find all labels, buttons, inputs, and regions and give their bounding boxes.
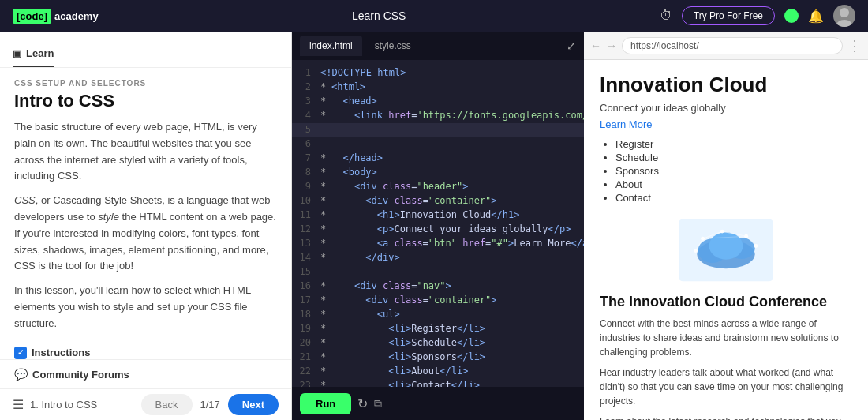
svg-point-1 <box>836 20 852 27</box>
list-item: About <box>615 178 852 190</box>
code-line: 14* </div> <box>292 251 584 265</box>
lesson-text-2: CSS, or Cascading Style Sheets, is a lan… <box>14 193 277 275</box>
nav-list: Register Schedule Sponsors About Contact <box>600 138 852 204</box>
section-label: CSS SETUP AND SELECTORS <box>14 79 277 88</box>
expand-icon[interactable]: ⤢ <box>567 39 576 52</box>
community-label: Community Forums <box>32 369 129 381</box>
page-title: Learn CSS <box>352 9 406 22</box>
run-button[interactable]: Run <box>300 393 351 414</box>
editor-tabs: index.html style.css ⤢ <box>292 32 584 60</box>
conference-text-2: Hear industry leaders talk about what wo… <box>600 366 852 408</box>
next-button[interactable]: Next <box>228 394 279 415</box>
conference-text-3: Learn about the latest research and tech… <box>600 414 852 420</box>
tab-css[interactable]: style.css <box>365 36 421 56</box>
lesson-text-3: In this lesson, you'll learn how to sele… <box>14 283 277 332</box>
list-item: Register <box>615 138 852 150</box>
main-layout: ▣ Learn CSS SETUP AND SELECTORS Intro to… <box>0 32 868 420</box>
browser-menu-icon[interactable]: ⋮ <box>847 37 862 54</box>
code-line: 11* <h1>Innovation Cloud</h1> <box>292 208 584 223</box>
right-panel: ← → https://localhost/ ⋮ Innovation Clou… <box>584 32 868 420</box>
svg-point-0 <box>840 8 849 17</box>
editor-bottom: Run ↻ ⧉ <box>292 387 584 420</box>
code-line: 8* <body> <box>292 166 584 180</box>
lesson-title: Intro to CSS <box>14 91 277 111</box>
community-icon: 💬 <box>14 368 28 381</box>
nav-right: ⏱ Try Pro For Free 🔔 <box>660 5 855 27</box>
code-line: 20* <li>Schedule</li> <box>292 336 584 351</box>
code-line: 4* <link href='https://fonts.googleapis.… <box>292 109 584 123</box>
tab-html[interactable]: index.html <box>300 36 362 56</box>
code-line: 12* <p>Connect your ideas globally</p> <box>292 223 584 237</box>
code-line: 17* <div class="container"> <box>292 294 584 308</box>
logo: [code] academy <box>13 9 99 24</box>
left-bottom: ☰ 1. Intro to CSS Back 1/17 Next <box>0 388 291 420</box>
conference-text-1: Connect with the best minds across a wid… <box>600 317 852 359</box>
learn-tab-icon: ▣ <box>13 48 21 59</box>
code-line: 16* <div class="nav"> <box>292 279 584 294</box>
svg-point-6 <box>709 232 743 259</box>
code-line: 18* <ul> <box>292 308 584 322</box>
code-line: 21* <li>Sponsors</li> <box>292 351 584 365</box>
browser-forward-button[interactable]: → <box>606 39 617 52</box>
check-icon: ✓ <box>14 347 27 359</box>
code-line: 9* <div class="header"> <box>292 180 584 194</box>
code-line: 2*<html> <box>292 81 584 95</box>
try-pro-button[interactable]: Try Pro For Free <box>682 6 775 25</box>
learn-tab-label: Learn <box>26 47 54 59</box>
logo-code: [code] <box>13 9 51 24</box>
status-dot <box>784 9 799 23</box>
lesson-nav: Back 1/17 Next <box>141 394 279 415</box>
avatar[interactable] <box>833 5 855 27</box>
left-header: ▣ Learn <box>0 32 291 68</box>
code-line: 3* <head> <box>292 95 584 109</box>
left-content: CSS SETUP AND SELECTORS Intro to CSS The… <box>0 68 291 359</box>
url-bar[interactable]: https://localhost/ <box>622 37 843 54</box>
editor-body[interactable]: 1<!DOCTYPE html> 2*<html> 3* <head> 4* <… <box>292 60 584 387</box>
center-panel: index.html style.css ⤢ 1<!DOCTYPE html> … <box>292 32 584 420</box>
cloud-illustration <box>679 215 773 286</box>
list-item: Contact <box>615 192 852 204</box>
code-line: 10* <div class="container"> <box>292 194 584 208</box>
code-line: 5 <box>292 123 584 137</box>
code-line: 13* <a class="btn" href="#">Learn More</… <box>292 237 584 251</box>
instructions-header: ✓ Instructions <box>14 340 277 359</box>
code-line: 6 <box>292 137 584 152</box>
lesson-text-1: The basic structure of every web page, H… <box>14 119 277 185</box>
logo-text: academy <box>54 10 99 22</box>
community-section[interactable]: 💬 Community Forums <box>0 359 291 388</box>
list-item: Sponsors <box>615 165 852 177</box>
hamburger-icon[interactable]: ☰ <box>13 397 24 412</box>
code-line: 7* </head> <box>292 152 584 166</box>
conference-title: The Innovation Cloud Conference <box>600 294 852 310</box>
copy-icon[interactable]: ⧉ <box>374 397 382 411</box>
learn-more-link[interactable]: Learn More <box>600 118 652 130</box>
code-line: 15 <box>292 265 584 279</box>
left-panel: ▣ Learn CSS SETUP AND SELECTORS Intro to… <box>0 32 292 420</box>
back-button[interactable]: Back <box>141 394 193 415</box>
instructions-label: Instructions <box>32 347 90 358</box>
site-title: Innovation Cloud <box>600 73 852 97</box>
learn-tab[interactable]: ▣ Learn <box>13 41 54 67</box>
code-line: 23* <li>Contact</li> <box>292 379 584 387</box>
code-line: 19* <li>Register</li> <box>292 322 584 336</box>
top-nav: [code] academy Learn CSS ⏱ Try Pro For F… <box>0 0 868 32</box>
refresh-icon[interactable]: ↻ <box>357 396 368 411</box>
list-item: Schedule <box>615 152 852 163</box>
code-line: 1<!DOCTYPE html> <box>292 66 584 81</box>
lesson-number: 1/17 <box>200 399 220 411</box>
browser-bar: ← → https://localhost/ ⋮ <box>584 32 868 60</box>
browser-back-button[interactable]: ← <box>590 39 601 52</box>
code-line: 22* <li>About</li> <box>292 365 584 379</box>
site-subtitle: Connect your ideas globally <box>600 102 852 114</box>
clock-icon: ⏱ <box>660 9 672 23</box>
lesson-title-bottom: 1. Intro to CSS <box>30 399 97 411</box>
bell-icon: 🔔 <box>808 9 824 24</box>
browser-content: Innovation Cloud Connect your ideas glob… <box>584 60 868 420</box>
